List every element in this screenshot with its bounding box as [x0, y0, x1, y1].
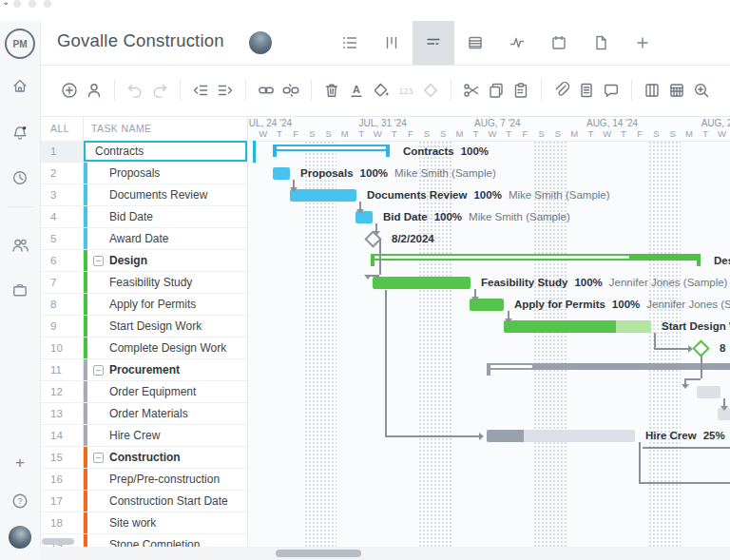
- task-name-cell[interactable]: Procurement: [84, 359, 247, 381]
- task-name-cell[interactable]: Apply for Permits: [84, 294, 247, 316]
- table-row[interactable]: 6Design: [40, 250, 247, 272]
- tab-board-view[interactable]: [371, 21, 413, 65]
- comment-button[interactable]: [599, 78, 624, 103]
- paste-button[interactable]: [509, 78, 533, 103]
- fill-color-button[interactable]: [369, 78, 394, 103]
- gantt-milestone-diamond[interactable]: [692, 339, 709, 357]
- task-name-cell[interactable]: Documents Review: [84, 184, 247, 206]
- table-row[interactable]: 1Contracts: [40, 141, 247, 163]
- collapse-toggle-icon[interactable]: [93, 365, 104, 376]
- table-row[interactable]: 12Order Equipment: [40, 381, 247, 403]
- tab-doc-view[interactable]: [580, 21, 622, 65]
- window-control-dots: [13, 0, 51, 8]
- milestone-button[interactable]: [418, 78, 443, 103]
- table-row[interactable]: 4Bid Date: [40, 206, 247, 228]
- task-name-cell[interactable]: Hire Crew: [84, 425, 247, 447]
- dependency-line: [701, 356, 702, 378]
- gantt-task-bar[interactable]: [290, 189, 356, 202]
- task-name-cell[interactable]: Prep/Pre-construction: [84, 469, 247, 491]
- table-row[interactable]: 3Documents Review: [40, 184, 247, 206]
- cut-icon: [462, 81, 481, 100]
- task-name-cell[interactable]: Complete Design Work: [84, 338, 247, 359]
- gantt-task-bar[interactable]: [273, 167, 290, 180]
- sidebar-user-avatar[interactable]: [9, 526, 31, 549]
- collapse-toggle-icon[interactable]: [93, 256, 104, 266]
- sidebar-add-button[interactable]: +: [15, 454, 25, 471]
- table-row[interactable]: 16Prep/Pre-construction: [40, 469, 247, 491]
- table-row[interactable]: 14Hire Crew: [40, 425, 247, 447]
- toolbar-divider: [451, 80, 451, 101]
- gantt-task-bar[interactable]: [697, 386, 720, 398]
- gantt-summary-bar[interactable]: [371, 254, 701, 266]
- outdent-button[interactable]: [188, 78, 213, 103]
- zoom-in-button[interactable]: [689, 78, 714, 103]
- gantt-summary-bar[interactable]: [487, 363, 730, 376]
- table-row[interactable]: 9Start Design Work: [40, 316, 247, 338]
- gantt-summary-bar[interactable]: [273, 145, 390, 157]
- format-text-button[interactable]: A: [344, 78, 369, 103]
- task-name-cell[interactable]: Stone Completion: [84, 534, 247, 547]
- row-number: 12: [40, 381, 84, 403]
- tab-add-view[interactable]: [622, 21, 663, 65]
- tab-gantt-view[interactable]: [413, 21, 454, 65]
- sidebar-notifications-button[interactable]: [10, 124, 29, 143]
- task-name-cell[interactable]: Construction: [84, 447, 247, 469]
- undo-button[interactable]: [123, 78, 147, 103]
- table-row[interactable]: 8Apply for Permits: [40, 294, 247, 316]
- column-header-task-name[interactable]: TASK NAME: [84, 116, 247, 141]
- sidebar-help-button[interactable]: ?: [10, 492, 29, 511]
- task-name-cell[interactable]: Contracts: [84, 141, 247, 163]
- redo-button[interactable]: [147, 78, 172, 103]
- task-name-cell[interactable]: Order Materials: [84, 403, 247, 425]
- column-header-all[interactable]: ALL: [40, 116, 84, 141]
- task-name-cell[interactable]: Site work: [84, 512, 247, 534]
- delete-button[interactable]: [319, 78, 344, 103]
- tab-list-view[interactable]: [329, 21, 371, 65]
- day-letter: T: [588, 128, 594, 139]
- sidebar-recent-button[interactable]: [10, 168, 29, 187]
- tab-activity-view[interactable]: [496, 21, 538, 65]
- task-name-cell[interactable]: Start Design Work: [84, 316, 247, 338]
- task-name-cell[interactable]: Bid Date: [84, 206, 247, 228]
- task-name-cell[interactable]: Design: [84, 250, 247, 272]
- table-row[interactable]: 10Complete Design Work: [40, 338, 247, 359]
- table-row[interactable]: 11Procurement: [40, 359, 247, 381]
- table-row[interactable]: 7Feasibility Study: [40, 272, 247, 294]
- assign-user-button[interactable]: [82, 78, 106, 103]
- tab-sheet-view[interactable]: [454, 21, 496, 65]
- table-row[interactable]: 2Proposals: [40, 163, 247, 184]
- grid-button[interactable]: [664, 78, 689, 103]
- indent-button[interactable]: [213, 78, 238, 103]
- unlink-button[interactable]: [279, 78, 303, 103]
- link-button[interactable]: [254, 78, 279, 103]
- gantt-task-bar[interactable]: [504, 320, 651, 333]
- app-logo[interactable]: PM: [5, 29, 35, 59]
- task-name-cell[interactable]: Order Equipment: [84, 381, 247, 403]
- table-row[interactable]: 18Site work: [40, 512, 247, 534]
- task-name-cell[interactable]: Feasibility Study: [84, 272, 247, 294]
- task-name-cell[interactable]: Construction Start Date: [84, 491, 247, 512]
- horizontal-scrollbar-thumb[interactable]: [276, 550, 361, 557]
- table-row[interactable]: 5Award Date: [40, 228, 247, 250]
- numbers-button[interactable]: 123: [394, 78, 418, 103]
- gantt-task-bar[interactable]: [373, 277, 471, 289]
- project-owner-avatar[interactable]: [249, 31, 272, 54]
- cut-button[interactable]: [459, 78, 484, 103]
- table-row[interactable]: 13Order Materials: [40, 403, 247, 425]
- gantt-task-bar[interactable]: [487, 430, 635, 442]
- sidebar-portfolio-button[interactable]: [10, 280, 29, 299]
- task-name-cell[interactable]: Proposals: [84, 163, 247, 184]
- sidebar-home-button[interactable]: [10, 76, 29, 95]
- sidebar-team-button[interactable]: [10, 236, 29, 255]
- collapse-toggle-icon[interactable]: [93, 453, 104, 463]
- attach-button[interactable]: [549, 78, 574, 103]
- table-row[interactable]: 17Construction Start Date: [40, 491, 247, 512]
- task-name-cell[interactable]: Award Date: [84, 228, 247, 250]
- tab-calendar-view[interactable]: [538, 21, 580, 65]
- table-horizontal-scrollbar-thumb[interactable]: [42, 538, 74, 545]
- table-row[interactable]: 15Construction: [40, 447, 247, 469]
- notes-button[interactable]: [574, 78, 599, 103]
- copy-button[interactable]: [484, 78, 509, 103]
- add-task-button[interactable]: [57, 78, 82, 103]
- columns-button[interactable]: [640, 78, 664, 103]
